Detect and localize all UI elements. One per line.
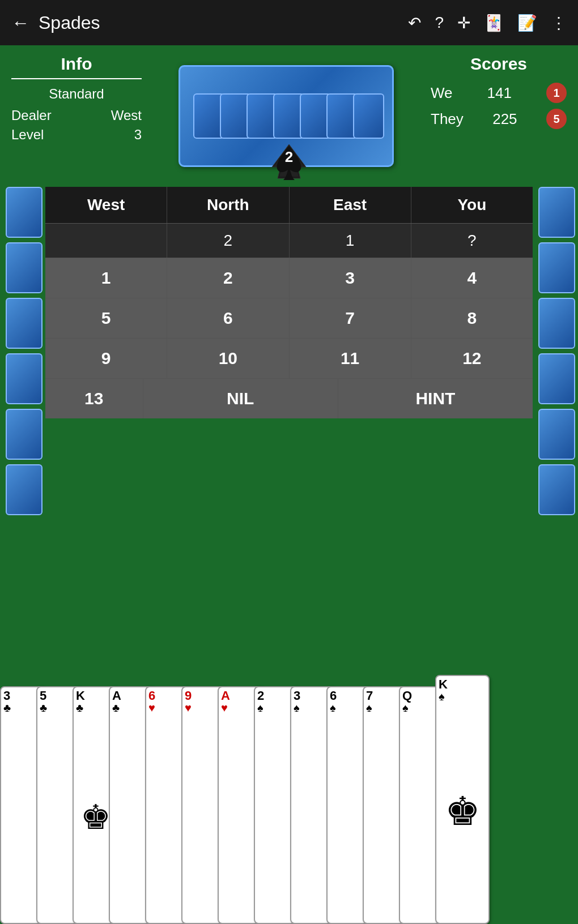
spade-container: 2 — [266, 142, 312, 187]
side-card-right-1 — [538, 187, 575, 238]
info-level-row: Level 3 — [11, 127, 142, 143]
card-suit-12: ♠ — [439, 691, 486, 702]
bid-button-2[interactable]: 2 — [167, 258, 289, 298]
move-icon[interactable]: ✛ — [457, 14, 470, 32]
hand-cards: 3 ♣ 5 ♣ K ♣ ♚ A ♣ 6 ♥ 9 ♥ A — [0, 675, 479, 924]
current-east: 1 — [290, 224, 411, 258]
side-card-right-6 — [538, 464, 575, 515]
app-title: Spades — [39, 12, 100, 33]
level-value: 3 — [134, 127, 142, 143]
side-card-right-5 — [538, 409, 575, 460]
side-card-left-1 — [6, 187, 42, 238]
top-bar-left: ← Spades — [11, 12, 100, 33]
bid-button-10[interactable]: 10 — [167, 339, 289, 378]
bid-button-11[interactable]: 11 — [290, 339, 411, 378]
side-card-right-2 — [538, 242, 575, 293]
scores-panel: Scores We 141 1 They 225 5 — [419, 45, 578, 181]
bid-button-7[interactable]: 7 — [290, 298, 411, 338]
current-you: ? — [411, 224, 533, 258]
back-button[interactable]: ← — [11, 12, 29, 33]
we-value: 141 — [487, 84, 512, 102]
card-back-7 — [353, 93, 384, 139]
scores-title: Scores — [431, 54, 567, 74]
score-row-we: We 141 1 — [431, 83, 567, 103]
card-rank-12: K — [439, 678, 486, 691]
cards-icon[interactable]: 🃏 — [484, 14, 504, 32]
king-spades-face: ♚ — [439, 702, 486, 921]
bid-button-1[interactable]: 1 — [45, 258, 167, 298]
side-cards-right — [533, 181, 578, 566]
bid-button-hint[interactable]: HINT — [338, 379, 533, 418]
top-bar: ← Spades ↶ ? ✛ 🃏 📝 ⋮ — [0, 0, 578, 45]
help-icon[interactable]: ? — [435, 14, 444, 32]
bid-button-12[interactable]: 12 — [411, 339, 533, 378]
hand-card-12[interactable]: K ♠ ♚ — [435, 675, 490, 924]
info-dealer-row: Dealer West — [11, 108, 142, 123]
more-icon[interactable]: ⋮ — [551, 14, 567, 32]
spade-number: 2 — [285, 148, 293, 166]
they-label: They — [431, 110, 464, 128]
bid-button-6[interactable]: 6 — [167, 298, 289, 338]
side-card-left-3 — [6, 298, 42, 349]
side-card-left-5 — [6, 409, 42, 460]
bid-button-3[interactable]: 3 — [290, 258, 411, 298]
header-east: East — [290, 187, 411, 223]
spade-badge: 2 — [266, 142, 312, 187]
info-mode: Standard — [11, 86, 142, 102]
header-you: You — [411, 187, 533, 223]
dealer-label: Dealer — [11, 108, 52, 123]
we-label: We — [431, 84, 453, 102]
current-west — [45, 224, 167, 258]
dealer-value: West — [111, 108, 142, 123]
bid-button-4[interactable]: 4 — [411, 258, 533, 298]
info-title: Info — [11, 54, 142, 79]
info-panel: Info Standard Dealer West Level 3 — [0, 45, 153, 181]
header-west: West — [45, 187, 167, 223]
edit-icon[interactable]: 📝 — [517, 14, 537, 32]
bid-button-8[interactable]: 8 — [411, 298, 533, 338]
bid-row-bottom: 13 NIL HINT — [45, 378, 533, 418]
score-row-they: They 225 5 — [431, 109, 567, 129]
level-label: Level — [11, 127, 44, 143]
they-badge: 5 — [546, 109, 567, 129]
undo-icon[interactable]: ↶ — [408, 14, 421, 32]
side-cards-left — [0, 181, 45, 566]
side-card-left-2 — [6, 242, 42, 293]
side-card-right-3 — [538, 298, 575, 349]
we-badge: 1 — [546, 83, 567, 103]
bidding-header: West North East You — [45, 187, 533, 223]
bidding-table: West North East You 2 1 ? 1 2 3 4 5 6 7 … — [45, 187, 533, 418]
current-north: 2 — [167, 224, 289, 258]
bid-row-1: 1 2 3 4 — [45, 258, 533, 298]
bid-button-9[interactable]: 9 — [45, 339, 167, 378]
bid-button-5[interactable]: 5 — [45, 298, 167, 338]
side-card-left-4 — [6, 353, 42, 404]
they-value: 225 — [492, 110, 517, 128]
current-bids-row: 2 1 ? — [45, 223, 533, 258]
hand-area: 3 ♣ 5 ♣ K ♣ ♚ A ♣ 6 ♥ 9 ♥ A — [0, 641, 578, 924]
header-north: North — [167, 187, 289, 223]
bid-row-2: 5 6 7 8 — [45, 298, 533, 338]
side-card-left-6 — [6, 464, 42, 515]
top-bar-icons: ↶ ? ✛ 🃏 📝 ⋮ — [408, 14, 567, 32]
bid-button-13[interactable]: 13 — [45, 379, 143, 418]
bid-button-nil[interactable]: NIL — [143, 379, 338, 418]
side-card-right-4 — [538, 353, 575, 404]
bid-row-3: 9 10 11 12 — [45, 338, 533, 378]
